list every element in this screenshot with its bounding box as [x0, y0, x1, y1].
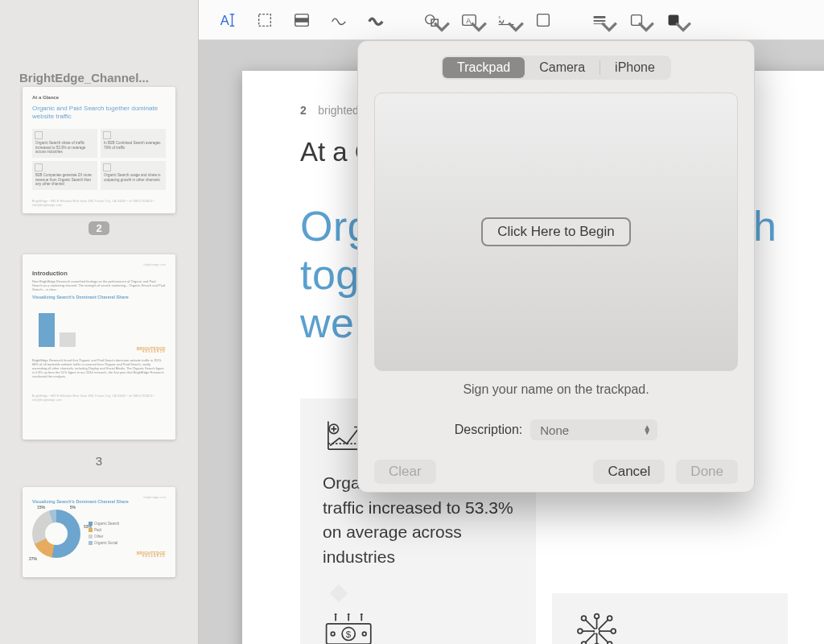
signature-canvas[interactable]: Click Here to Begin — [374, 93, 738, 371]
svg-rect-4 — [259, 14, 271, 26]
tab-camera[interactable]: Camera — [525, 57, 599, 78]
stroke-style-menu-button[interactable] — [583, 7, 616, 33]
chevron-down-icon — [470, 18, 488, 35]
thumb-logo-sub: RESEARCH — [137, 351, 166, 353]
begin-signature-button[interactable]: Click Here to Begin — [481, 217, 631, 246]
donut-chart-icon — [32, 510, 80, 558]
stat-card: Organic Search usage and share is outpac… — [552, 593, 788, 644]
svg-line-39 — [586, 633, 595, 642]
description-label: Description: — [455, 423, 522, 437]
thumb-footer: BrightEdge • 989 E Hillsdale Blvd Suite … — [32, 394, 166, 402]
tab-trackpad[interactable]: Trackpad — [443, 57, 525, 78]
svg-point-31 — [348, 613, 350, 616]
svg-point-42 — [595, 614, 599, 619]
text-annotation-button[interactable]: A — [212, 7, 244, 33]
thumb-paragraph: New BrightEdge Research unearthed findin… — [32, 279, 166, 291]
signature-menu-button[interactable]: x — [490, 7, 522, 33]
svg-point-30 — [335, 613, 337, 616]
svg-text:$: $ — [346, 630, 352, 639]
svg-point-44 — [578, 629, 583, 634]
text-box-menu-button[interactable]: A — [453, 7, 485, 33]
document-filename: BrightEdge_Channel... — [19, 71, 179, 85]
redact-button[interactable] — [286, 7, 318, 33]
svg-text:x: x — [499, 15, 501, 19]
thumbnail-sidebar: BrightEdge_Channel... At a Glance Organi… — [0, 0, 199, 644]
signature-popover: Trackpad Camera iPhone Click Here to Beg… — [357, 40, 755, 493]
note-button[interactable] — [527, 7, 559, 33]
svg-point-49 — [582, 616, 587, 621]
description-value: None — [540, 423, 569, 437]
svg-point-28 — [331, 632, 335, 636]
markup-toolbar: A A x — [199, 0, 824, 40]
svg-rect-13 — [538, 14, 550, 26]
sketch-thick-button[interactable] — [360, 7, 392, 33]
signature-hint: Sign your name on the trackpad. — [374, 382, 738, 397]
svg-point-32 — [360, 613, 363, 616]
thumbnail-page-3[interactable]: brightedge.com Introduction New BrightEd… — [0, 254, 198, 468]
shapes-menu-button[interactable] — [416, 7, 448, 33]
thumb-heading: Introduction — [32, 270, 166, 277]
chevron-down-icon — [433, 18, 451, 35]
money-icon: $ — [323, 613, 513, 644]
chevron-down-icon — [637, 18, 655, 35]
thumb-title: Organic and Paid Search together dominat… — [32, 105, 166, 122]
svg-text:A: A — [220, 12, 229, 27]
svg-line-38 — [599, 620, 608, 629]
svg-rect-6 — [295, 18, 309, 23]
done-button[interactable]: Done — [676, 460, 738, 484]
thumb-cell: Organic Search share of traffic increase… — [35, 141, 94, 154]
svg-point-46 — [608, 616, 612, 621]
chart-label: 53% — [84, 524, 92, 529]
chart-label: 5% — [70, 505, 76, 510]
clear-button[interactable]: Clear — [374, 460, 436, 484]
fill-color-menu-button[interactable] — [657, 7, 690, 33]
description-select[interactable]: None ▲▼ — [530, 419, 657, 440]
page-number: 2 — [300, 104, 307, 117]
page-number-label: 3 — [96, 454, 102, 468]
sketch-thin-button[interactable] — [323, 7, 355, 33]
chevron-down-icon — [674, 18, 692, 35]
thumb-cell: Organic Search usage and share is outpac… — [104, 173, 163, 182]
svg-line-40 — [599, 633, 608, 642]
network-icon — [575, 613, 765, 644]
chevron-down-icon — [507, 18, 525, 35]
thumbnail-page-2[interactable]: At a Glance Organic and Paid Search toge… — [0, 87, 198, 235]
chevron-down-icon — [600, 18, 618, 35]
tab-iphone[interactable]: iPhone — [600, 57, 670, 78]
thumb-paragraph: BrightEdge Research found that Organic a… — [32, 358, 166, 378]
updown-icon: ▲▼ — [643, 425, 651, 435]
selection-tool-button[interactable] — [249, 7, 281, 33]
svg-point-29 — [362, 632, 366, 636]
stroke-color-menu-button[interactable] — [620, 7, 653, 33]
svg-line-41 — [586, 620, 595, 629]
page-number-badge-selected: 2 — [89, 221, 109, 235]
svg-point-45 — [611, 629, 616, 634]
thumb-footer: BrightEdge • 989 E Hillsdale Blvd Suite … — [32, 200, 166, 207]
chart-label: 15% — [37, 505, 45, 510]
thumb-cell: B2B Companies generate 2X more revenue f… — [35, 173, 94, 186]
thumbnail-page-4[interactable]: brightedge.com Visualizing Search's Domi… — [0, 487, 198, 577]
thumb-cell: In B2B Combined Search averages 76% of t… — [104, 141, 163, 150]
thumb-logo-sub: RESEARCH — [137, 555, 166, 558]
thumb-eyebrow: At a Glance — [32, 95, 166, 101]
chart-label: 27% — [29, 556, 37, 561]
thumb-subtitle: Visualizing Search's Dominant Channel Sh… — [32, 499, 166, 505]
stat-card: $ B2B Companies generate 2X more revenue… — [300, 593, 536, 644]
cancel-button[interactable]: Cancel — [593, 460, 665, 484]
signature-source-tabs: Trackpad Camera iPhone — [441, 56, 671, 80]
chart-legend: Organic Search Paid Other Organic Social — [89, 521, 119, 547]
thumb-subtitle: Visualizing Search's Dominant Channel Sh… — [32, 295, 166, 300]
